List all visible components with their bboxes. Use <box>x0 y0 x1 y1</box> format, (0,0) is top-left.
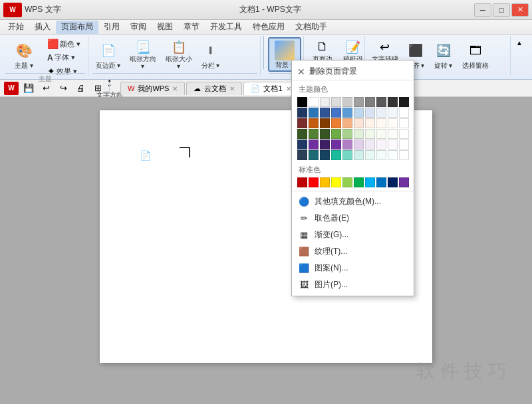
theme-color-swatch[interactable] <box>297 129 307 139</box>
menu-view[interactable]: 视图 <box>152 21 178 34</box>
theme-color-swatch[interactable] <box>388 129 398 139</box>
close-button[interactable]: ✕ <box>511 3 529 17</box>
quick-btn-print[interactable]: 🖨 <box>73 82 88 95</box>
tab-cloud-close[interactable]: ✕ <box>229 85 235 92</box>
menu-start[interactable]: 开始 <box>3 21 29 34</box>
standard-color-swatch[interactable] <box>320 177 330 187</box>
theme-color-swatch[interactable] <box>342 108 352 118</box>
dropdown-item-gradient[interactable]: ▦渐变(G)... <box>292 227 414 243</box>
theme-color-swatch[interactable] <box>320 140 330 150</box>
theme-color-swatch[interactable] <box>342 118 352 128</box>
ribbon-btn-rotate[interactable]: 🔄 旋转 ▾ <box>430 37 457 72</box>
theme-color-swatch[interactable] <box>309 140 319 150</box>
theme-color-swatch[interactable] <box>342 150 352 160</box>
theme-color-swatch[interactable] <box>342 129 352 139</box>
tab-doc1-close[interactable]: ✕ <box>286 85 291 92</box>
theme-color-swatch[interactable] <box>331 118 341 128</box>
dropdown-item-picture[interactable]: 🖼图片(P)... <box>292 276 414 293</box>
theme-color-swatch[interactable] <box>399 97 409 107</box>
menu-reference[interactable]: 引用 <box>98 21 125 34</box>
theme-color-swatch[interactable] <box>376 140 386 150</box>
theme-color-swatch[interactable] <box>342 140 352 150</box>
ribbon-btn-select-pane[interactable]: 🗔 选择窗格 <box>458 37 493 72</box>
menu-developer[interactable]: 开发工具 <box>205 21 247 34</box>
theme-color-swatch[interactable] <box>365 129 375 139</box>
ribbon-btn-theme[interactable]: 🎨 主题 ▾ <box>5 37 43 72</box>
theme-color-swatch[interactable] <box>320 97 330 107</box>
theme-color-swatch[interactable] <box>388 118 398 128</box>
maximize-button[interactable]: □ <box>493 3 510 17</box>
theme-color-swatch[interactable] <box>309 97 319 107</box>
theme-color-swatch[interactable] <box>399 118 409 128</box>
standard-color-swatch[interactable] <box>342 177 352 187</box>
theme-color-swatch[interactable] <box>320 129 330 139</box>
dropdown-delete-bg[interactable]: ✕ 删除页面背景 <box>292 63 414 80</box>
theme-color-swatch[interactable] <box>331 97 341 107</box>
theme-color-swatch[interactable] <box>309 118 319 128</box>
menu-special[interactable]: 特色应用 <box>247 21 290 34</box>
theme-color-swatch[interactable] <box>376 129 386 139</box>
standard-color-swatch[interactable] <box>354 177 364 187</box>
dropdown-item-texture[interactable]: 🟫纹理(T)... <box>292 243 414 260</box>
theme-color-swatch[interactable] <box>399 129 409 139</box>
theme-color-swatch[interactable] <box>297 150 307 160</box>
menu-review[interactable]: 审阅 <box>125 21 152 34</box>
theme-color-swatch[interactable] <box>399 150 409 160</box>
theme-color-swatch[interactable] <box>297 108 307 118</box>
theme-color-swatch[interactable] <box>309 108 319 118</box>
dropdown-item-eyedropper[interactable]: ✏取色器(E) <box>292 210 414 227</box>
theme-color-swatch[interactable] <box>354 129 364 139</box>
theme-color-swatch[interactable] <box>354 97 364 107</box>
theme-color-swatch[interactable] <box>388 140 398 150</box>
standard-color-swatch[interactable] <box>309 177 319 187</box>
theme-color-swatch[interactable] <box>365 118 375 128</box>
dropdown-item-more-colors[interactable]: 🔵其他填充颜色(M)... <box>292 193 414 210</box>
ribbon-btn-margins[interactable]: 📄 页边距 ▾ <box>92 37 124 72</box>
theme-color-swatch[interactable] <box>365 140 375 150</box>
quick-btn-wps[interactable]: W <box>4 82 19 95</box>
theme-color-swatch[interactable] <box>297 140 307 150</box>
quick-btn-save[interactable]: 💾 <box>21 82 36 95</box>
theme-color-swatch[interactable] <box>309 150 319 160</box>
ribbon-btn-size[interactable]: 📋 纸张大小 ▾ <box>162 37 196 72</box>
theme-color-swatch[interactable] <box>376 118 386 128</box>
theme-color-swatch[interactable] <box>365 97 375 107</box>
theme-color-swatch[interactable] <box>309 129 319 139</box>
theme-color-swatch[interactable] <box>399 140 409 150</box>
theme-color-swatch[interactable] <box>376 150 386 160</box>
theme-color-swatch[interactable] <box>320 150 330 160</box>
theme-color-swatch[interactable] <box>354 140 364 150</box>
theme-color-swatch[interactable] <box>331 108 341 118</box>
ribbon-btn-orientation[interactable]: 📃 纸张方向 ▾ <box>126 37 160 72</box>
theme-color-swatch[interactable] <box>320 118 330 128</box>
standard-color-swatch[interactable] <box>365 177 375 187</box>
theme-color-swatch[interactable] <box>376 108 386 118</box>
theme-color-swatch[interactable] <box>331 150 341 160</box>
theme-color-swatch[interactable] <box>297 97 307 107</box>
tab-cloud[interactable]: ☁ 云文档 ✕ <box>186 82 242 95</box>
menu-page-layout[interactable]: 页面布局 <box>56 21 98 34</box>
standard-color-swatch[interactable] <box>376 177 386 187</box>
theme-color-swatch[interactable] <box>365 150 375 160</box>
quick-btn-redo[interactable]: ↪ <box>56 82 70 95</box>
theme-color-swatch[interactable] <box>388 97 398 107</box>
theme-color-swatch[interactable] <box>331 129 341 139</box>
menu-insert[interactable]: 插入 <box>29 21 56 34</box>
theme-color-swatch[interactable] <box>297 118 307 128</box>
theme-color-swatch[interactable] <box>354 108 364 118</box>
ribbon-btn-columns[interactable]: ⫴ 分栏 ▾ <box>198 37 224 72</box>
dropdown-item-pattern[interactable]: 🟦图案(N)... <box>292 260 414 276</box>
theme-color-swatch[interactable] <box>331 140 341 150</box>
standard-color-swatch[interactable] <box>297 177 307 187</box>
tab-mywps-close[interactable]: ✕ <box>172 85 178 92</box>
theme-color-swatch[interactable] <box>365 108 375 118</box>
theme-color-swatch[interactable] <box>342 97 352 107</box>
tab-mywps[interactable]: W 我的WPS ✕ <box>120 82 185 95</box>
theme-color-swatch[interactable] <box>354 150 364 160</box>
ribbon-collapse-btn[interactable]: ▲ <box>512 36 527 49</box>
theme-color-swatch[interactable] <box>388 108 398 118</box>
menu-section[interactable]: 章节 <box>178 21 205 34</box>
theme-color-swatch[interactable] <box>354 118 364 128</box>
theme-color-swatch[interactable] <box>320 108 330 118</box>
quick-btn-undo[interactable]: ↩ <box>39 82 53 95</box>
